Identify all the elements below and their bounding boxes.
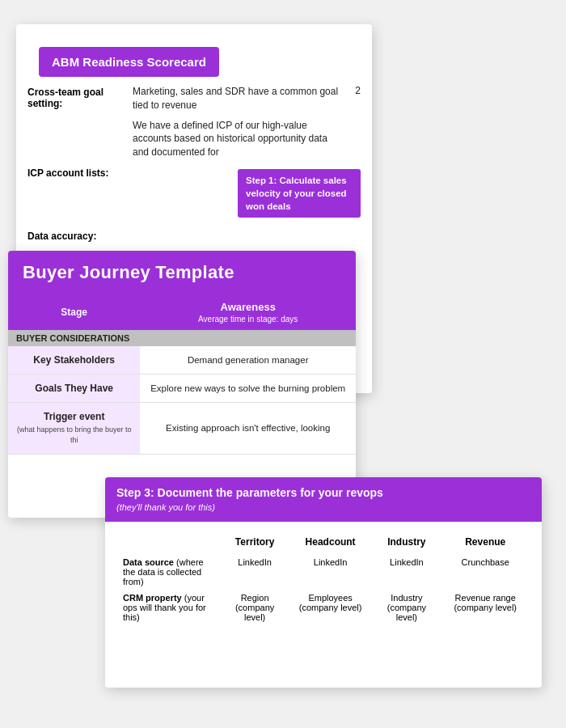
col-revenue-header: Revenue (441, 533, 529, 554)
col-territory-header: Territory (220, 533, 289, 554)
step3-title-bar: Step 3: Document the parameters for your… (105, 477, 542, 522)
step3-row-label: CRM property (your ops will thank you fo… (118, 590, 220, 625)
abm-label-dataaccuracy: Data accuracy: (27, 229, 133, 242)
buyer-row-trigger: Trigger event (what happens to bring the… (8, 403, 356, 455)
label-key-stakeholders: Key Stakeholders (8, 346, 140, 375)
buyer-row-goals: Goals They Have Explore new ways to solv… (8, 375, 356, 403)
buyer-title-bar: Buyer Journey Template (8, 251, 356, 294)
abm-title: ABM Readiness Scorecard (52, 55, 206, 69)
step3-subtitle: (they'll thank you for this) (116, 502, 530, 518)
step3-cell: Employees (company level) (289, 590, 371, 625)
col-industry-header: Industry (371, 533, 441, 554)
step3-label-datasource: Data source (where the data is collected… (123, 557, 204, 586)
step3-table-row: Data source (where the data is collected… (118, 554, 529, 590)
abm-text-crossteam: Marketing, sales and SDR have a common g… (133, 85, 344, 112)
step3-card: Step 3: Document the parameters for your… (105, 477, 542, 688)
abm-row-crossteam: Cross-team goal setting: Marketing, sale… (27, 85, 361, 112)
value-goals: Explore new ways to solve the burning pr… (140, 375, 356, 403)
step3-cell: Revenue range (company level) (441, 590, 529, 625)
step3-cell: Crunchbase (441, 554, 529, 590)
abm-row-crossteam2: We have a defined ICP of our high-value … (27, 119, 361, 159)
col-datasource-header (118, 533, 220, 554)
abm-num-crossteam: 2 (344, 85, 361, 96)
step3-cell: LinkedIn (220, 554, 289, 590)
label-goals: Goals They Have (8, 375, 140, 403)
value-trigger: Existing approach isn't effective, looki… (140, 403, 356, 455)
step3-table-row: CRM property (your ops will thank you fo… (118, 590, 529, 625)
awareness-header: Awareness Average time in stage: days (140, 294, 356, 330)
step3-row-label: Data source (where the data is collected… (118, 554, 220, 590)
buyer-section-header: BUYER CONSIDERATIONS (8, 330, 356, 346)
abm-label-crossteam: Cross-team goal setting: (27, 85, 133, 109)
step3-cell: LinkedIn (371, 554, 441, 590)
buyer-table-header: Stage Awareness Average time in stage: d… (8, 294, 356, 330)
step3-table: Territory Headcount Industry Revenue Dat… (118, 533, 529, 625)
buyer-row-stakeholders: Key Stakeholders Demand generation manag… (8, 346, 356, 375)
abm-text-crossteam2: We have a defined ICP of our high-value … (133, 119, 344, 159)
label-trigger: Trigger event (what happens to bring the… (8, 403, 140, 455)
abm-row-icp: ICP account lists: Step 1: Calculate sal… (27, 166, 361, 222)
abm-row-dataaccuracy: Data accuracy: (27, 229, 361, 242)
step3-title: Step 3: Document the parameters for your… (116, 485, 530, 502)
step3-cell: Region (company level) (220, 590, 289, 625)
step3-cell: Industry (company level) (371, 590, 441, 625)
buyer-journey-table: Stage Awareness Average time in stage: d… (8, 294, 356, 455)
step3-cell: LinkedIn (289, 554, 371, 590)
step1-banner: Step 1: Calculate sales velocity of your… (238, 169, 361, 218)
stage-header: Stage (8, 294, 140, 330)
col-headcount-header: Headcount (289, 533, 371, 554)
step3-label-crmproperty: CRM property (your ops will thank you fo… (123, 593, 206, 622)
step3-table-header: Territory Headcount Industry Revenue (118, 533, 529, 554)
buyer-title: Buyer Journey Template (23, 262, 234, 282)
value-key-stakeholders: Demand generation manager (140, 346, 356, 375)
abm-label-icp: ICP account lists: (27, 166, 133, 179)
abm-title-bar: ABM Readiness Scorecard (39, 47, 219, 77)
